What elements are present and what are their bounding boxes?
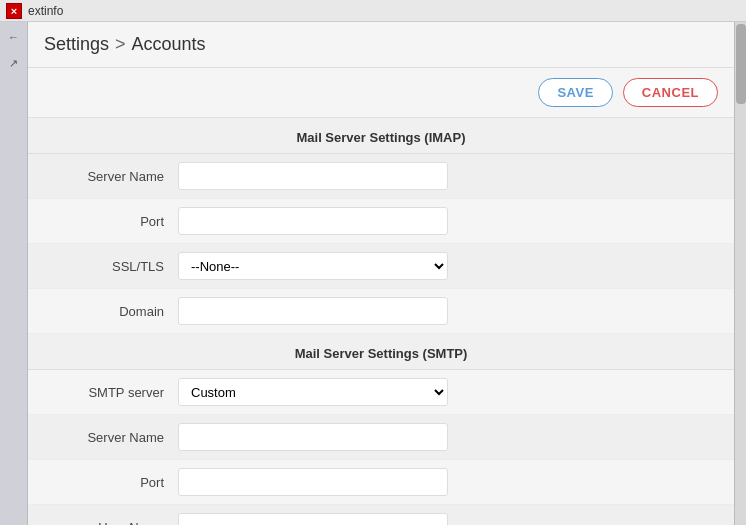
smtp-server-label: SMTP server [68,385,178,400]
breadcrumb-current: Accounts [132,34,206,55]
sidebar: ← ↗ [0,22,28,525]
imap-domain-label: Domain [68,304,178,319]
smtp-server-group: SMTP server Custom Gmail Yahoo Outlook O… [28,370,734,415]
sidebar-icon-back[interactable]: ← [3,26,25,48]
smtp-server-name-input[interactable] [178,423,448,451]
imap-ssl-group: SSL/TLS --None-- SSL TLS STARTTLS [28,244,734,289]
imap-domain-input[interactable] [178,297,448,325]
smtp-server-select[interactable]: Custom Gmail Yahoo Outlook Other [178,378,448,406]
smtp-section-header: Mail Server Settings (SMTP) [28,334,734,370]
breadcrumb: Settings > Accounts [28,22,734,68]
imap-ssl-label: SSL/TLS [68,259,178,274]
title-bar: × extinfo [0,0,746,22]
imap-section-header: Mail Server Settings (IMAP) [28,118,734,154]
smtp-username-input[interactable] [178,513,448,525]
smtp-port-group: Port [28,460,734,505]
imap-port-input[interactable] [178,207,448,235]
scrollbar-thumb[interactable] [736,24,746,104]
imap-server-name-input[interactable] [178,162,448,190]
imap-port-group: Port [28,199,734,244]
sidebar-icon-link[interactable]: ↗ [3,52,25,74]
toolbar: SAVE CANCEL [28,68,734,118]
breadcrumb-root: Settings [44,34,109,55]
breadcrumb-separator: > [115,34,126,55]
imap-domain-group: Domain [28,289,734,334]
save-button[interactable]: SAVE [538,78,612,107]
cancel-button[interactable]: CANCEL [623,78,718,107]
smtp-server-name-label: Server Name [68,430,178,445]
imap-ssl-select[interactable]: --None-- SSL TLS STARTTLS [178,252,448,280]
form-area: Mail Server Settings (IMAP) Server Name … [28,118,734,525]
smtp-port-label: Port [68,475,178,490]
main-content: Settings > Accounts SAVE CANCEL Mail Ser… [28,22,734,525]
imap-server-name-label: Server Name [68,169,178,184]
smtp-port-input[interactable] [178,468,448,496]
app-name: extinfo [28,4,63,18]
scrollbar[interactable] [734,22,746,525]
smtp-username-label: User Name [68,520,178,526]
imap-server-name-group: Server Name [28,154,734,199]
imap-port-label: Port [68,214,178,229]
smtp-username-group: User Name [28,505,734,525]
close-button[interactable]: × [6,3,22,19]
smtp-server-name-group: Server Name [28,415,734,460]
